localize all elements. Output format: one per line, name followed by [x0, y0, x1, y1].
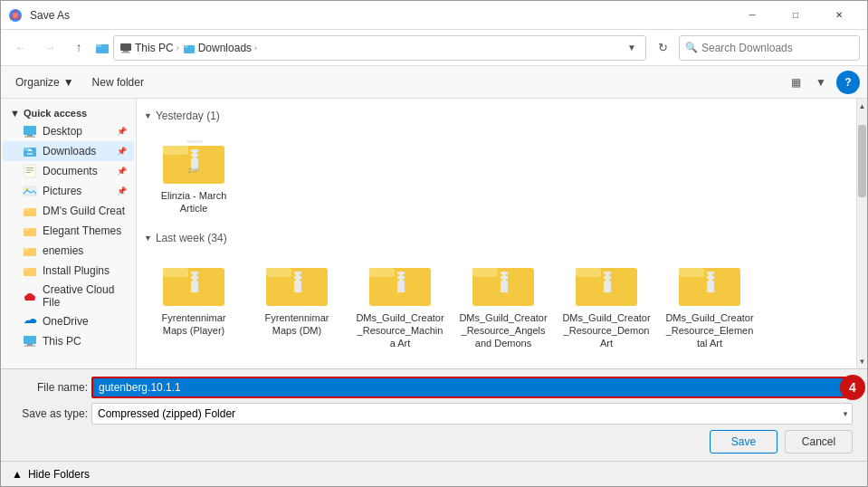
file-name-input[interactable] — [91, 377, 849, 398]
svg-rect-60 — [296, 279, 300, 281]
refresh-button[interactable]: ↻ — [650, 35, 675, 61]
svg-rect-65 — [397, 272, 405, 274]
sidebar-item-this-pc[interactable]: This PC — [3, 331, 134, 351]
scroll-up-button[interactable]: ▲ — [857, 99, 867, 113]
help-label: ? — [844, 76, 851, 89]
svg-rect-89 — [707, 272, 714, 274]
svg-rect-14 — [24, 165, 35, 177]
sidebar-item-dms-guild[interactable]: DM's Guild Creat — [3, 201, 134, 221]
svg-rect-18 — [26, 172, 31, 173]
view-options-button[interactable]: ▦ — [784, 71, 807, 94]
svg-rect-86 — [604, 283, 611, 292]
save-as-type-label: Save as type: — [15, 407, 88, 420]
file-item-fiend[interactable]: DMs_Guild_Creator_Resource_Fiend Art — [144, 358, 243, 368]
desktop-pin-icon: 📌 — [117, 127, 127, 136]
svg-rect-72 — [472, 268, 498, 277]
minimize-button[interactable]: ─ — [731, 1, 773, 30]
last-week-group-label[interactable]: ▼ Last week (34) — [144, 228, 849, 250]
svg-rect-57 — [294, 272, 301, 274]
up-button[interactable]: ↑ — [66, 35, 91, 61]
svg-text:ZIP: ZIP — [188, 167, 199, 175]
new-folder-button[interactable]: New folder — [85, 71, 151, 94]
svg-rect-27 — [24, 248, 29, 251]
file-item-fyren-player[interactable]: Fyrentennimar Maps (Player) — [144, 250, 243, 356]
sidebar-item-downloads[interactable]: Downloads 📌 — [3, 141, 134, 161]
svg-rect-40 — [191, 149, 198, 152]
title-controls: ─ □ ✕ — [731, 1, 860, 30]
svg-rect-36 — [24, 346, 35, 347]
app-icon — [8, 8, 23, 23]
forward-button[interactable]: → — [37, 35, 62, 61]
svg-rect-13 — [24, 148, 29, 150]
back-button[interactable]: ← — [8, 35, 33, 61]
scroll-down-button[interactable]: ▼ — [857, 354, 867, 368]
last-week-file-grid: Fyrentennimar Maps (Player) Fyrentennima… — [144, 250, 849, 368]
svg-rect-10 — [27, 135, 33, 137]
sidebar-item-onedrive[interactable]: OneDrive — [3, 311, 134, 331]
svg-rect-77 — [501, 281, 508, 283]
svg-rect-25 — [24, 228, 29, 231]
view-buttons: ▦ ▼ — [784, 71, 833, 94]
sidebar-creative-cloud-label: Creative Cloud File — [43, 283, 127, 309]
svg-rect-64 — [369, 268, 395, 277]
downloads-folder-icon — [23, 144, 37, 158]
svg-rect-93 — [707, 281, 714, 283]
help-button[interactable]: ? — [836, 71, 860, 94]
file-name-row: File name: 4 — [15, 377, 853, 398]
address-chevron-1: › — [176, 43, 179, 53]
address-chevron-2: › — [254, 43, 257, 53]
documents-pin-icon: 📌 — [117, 167, 127, 176]
sidebar-item-elegant-themes[interactable]: Elegant Themes — [3, 221, 134, 241]
file-item-angels[interactable]: DMs_Guild_Creator_Resource_Angels and De… — [453, 250, 553, 356]
file-label-3: DMs_Guild_Creator_Resource_Machina Art — [356, 311, 444, 350]
file-label-1: Fyrentennimar Maps (Player) — [149, 311, 238, 338]
yesterday-chevron-icon: ▼ — [144, 111, 152, 120]
svg-rect-3 — [96, 44, 101, 47]
svg-rect-51 — [191, 276, 198, 279]
save-button[interactable]: Save — [710, 430, 777, 454]
sidebar: ▼ Quick access Desktop 📌 — [1, 99, 137, 368]
sidebar-item-desktop[interactable]: Desktop 📌 — [3, 121, 134, 141]
zip-folder-icon-2 — [264, 255, 329, 308]
svg-rect-62 — [294, 283, 301, 292]
svg-rect-29 — [24, 268, 29, 271]
last-week-chevron-icon: ▼ — [144, 234, 152, 243]
svg-rect-50 — [193, 274, 196, 276]
yesterday-group-label[interactable]: ▼ Yesterday (1) — [144, 106, 849, 128]
sidebar-item-pictures[interactable]: Pictures 📌 — [3, 181, 134, 201]
sidebar-item-enemies[interactable]: enemies — [3, 241, 134, 261]
file-item-demon[interactable]: DMs_Guild_Creator_Resource_Demon Art — [557, 250, 656, 356]
close-button[interactable]: ✕ — [818, 1, 860, 30]
view-chevron-button[interactable]: ▼ — [809, 71, 833, 94]
svg-rect-56 — [266, 268, 291, 277]
hide-folders-bar[interactable]: ▲ Hide Folders — [1, 461, 867, 486]
organize-label: Organize — [15, 76, 60, 89]
search-bar-container: 🔍 — [679, 35, 860, 61]
svg-rect-78 — [501, 283, 508, 292]
file-label-5: DMs_Guild_Creator_Resource_Demon Art — [562, 311, 651, 350]
location-icon — [95, 41, 110, 55]
address-bar[interactable]: This PC › Downloads › ▼ — [113, 35, 646, 61]
address-dropdown-button[interactable]: ▼ — [624, 41, 640, 54]
sidebar-item-install-plugins[interactable]: Install Plugins — [3, 261, 134, 281]
badge-circle: 4 — [840, 375, 865, 400]
sidebar-item-creative-cloud[interactable]: Creative Cloud File — [3, 281, 134, 311]
toolbar: Organize ▼ New folder ▦ ▼ ? — [1, 66, 867, 99]
file-item-elemental[interactable]: DMs_Guild_Creator_Resource_Elemental Art — [660, 250, 759, 356]
organize-button[interactable]: Organize ▼ — [8, 71, 81, 94]
scroll-thumb[interactable] — [858, 125, 866, 197]
maximize-button[interactable]: □ — [775, 1, 816, 30]
svg-rect-48 — [163, 268, 188, 277]
file-item-elinzia[interactable]: ZIP Elinzia - March Article — [144, 128, 243, 221]
cancel-button[interactable]: Cancel — [785, 430, 853, 454]
svg-rect-80 — [576, 268, 601, 277]
onedrive-icon — [23, 314, 37, 329]
title-bar: Save As ─ □ ✕ — [1, 1, 867, 30]
file-item-machina[interactable]: DMs_Guild_Creator_Resource_Machina Art — [350, 250, 450, 356]
file-item-fyren-dm[interactable]: Fyrentennimar Maps (DM) — [247, 250, 347, 356]
sidebar-item-documents[interactable]: Documents 📌 — [3, 161, 134, 181]
window-title: Save As — [30, 9, 70, 22]
svg-rect-61 — [294, 281, 301, 283]
search-input[interactable] — [701, 42, 854, 54]
save-as-type-select[interactable]: Compressed (zipped) Folder — [91, 403, 853, 425]
